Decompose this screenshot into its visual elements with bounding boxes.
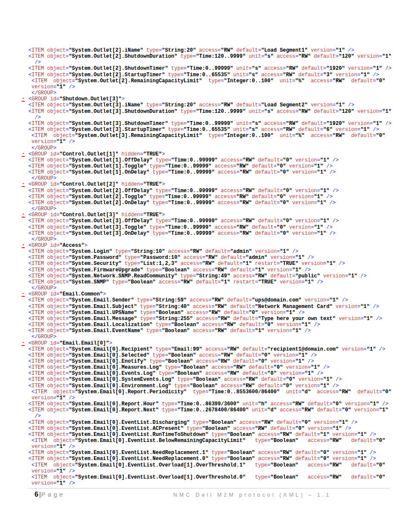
xml-line: <ITEM object="System.Network.SNMP.ReadCo… — [28, 273, 410, 279]
collapse-toggle-icon[interactable]: - — [21, 96, 25, 102]
xml-line: <ITEM object="System.Email[0].Recipient"… — [28, 346, 410, 352]
footer-separator: | — [39, 491, 41, 498]
xml-line: version="1" /> — [28, 480, 410, 486]
xml-line: version="1" /> — [28, 395, 410, 401]
xml-line: <ITEM object="System.Security" type="Lis… — [28, 261, 410, 267]
xml-line: <ITEM object="System.Outlet[1].Toggle" t… — [28, 163, 410, 169]
xml-line: <ITEM object="System.Email[0].Report.Nex… — [28, 407, 410, 413]
xml-line: </GROUP> — [28, 90, 410, 96]
xml-line: -<GROUP id="Email.Common"> — [28, 291, 410, 297]
xml-line: <ITEM object="System.Email[0].SystemEven… — [28, 376, 410, 383]
xml-line: version="1" /> — [28, 84, 410, 90]
xml-line: <ITEM object="System.Outlet[3].OnDelay" … — [28, 230, 410, 236]
document-title: NMC Dell M2M protocol (XML) – 1.1 — [173, 492, 331, 498]
xml-line: -<GROUP id="Control.Outlet[2]" hidden="T… — [28, 181, 410, 187]
xml-line: <ITEM object="System.Email[0].EventList.… — [28, 474, 410, 480]
xml-line: version="1" /> — [28, 139, 410, 145]
xml-line: <ITEM object="System.Email.Sender" type=… — [28, 297, 410, 303]
xml-line: <ITEM object="System.Email[0].Report.Per… — [28, 389, 410, 395]
xml-line: <ITEM object="System.Email[0].EventList.… — [28, 462, 410, 468]
xml-line: <ITEM object="System.Email[0].EventList.… — [28, 426, 410, 432]
xml-line: <ITEM object="System.Outlet[2].ShutdownD… — [28, 53, 410, 59]
xml-line: </GROUP> — [28, 145, 410, 151]
xml-line: <ITEM object="System.Outlet[3].ShutdownT… — [28, 121, 410, 127]
xml-line: <ITEM object="System.Email[0].EventList.… — [28, 420, 410, 426]
xml-line: -<GROUP id="Control.Outlet[1]" hidden="T… — [28, 151, 410, 157]
collapse-toggle-icon[interactable]: - — [21, 242, 25, 248]
page-number: 6 — [34, 491, 39, 498]
xml-line: <ITEM object="System.Email[0].Environmen… — [28, 383, 410, 389]
xml-line: <ITEM object="System.Email.Message" type… — [28, 316, 410, 322]
xml-line: <ITEM object="System.Email.EventName" ty… — [28, 328, 410, 334]
xml-line: <ITEM object="System.Outlet[2].Remaining… — [28, 78, 410, 84]
xml-line: -<GROUP id="Access"> — [28, 243, 410, 249]
xml-line: <ITEM object="System.Login" type="String… — [28, 249, 410, 255]
xml-line: <ITEM object="System.Email[0].Events.Log… — [28, 370, 410, 376]
xml-line: <ITEM object="System.Email[0].Report.Hou… — [28, 401, 410, 407]
xml-line: <ITEM object="System.Outlet[2].iName" ty… — [28, 47, 410, 53]
xml-line: <ITEM object="System.Outlet[3].Toggle" t… — [28, 224, 410, 230]
xml-line: <ITEM object="System.Outlet[1].OffDelay"… — [28, 157, 410, 163]
xml-line: </GROUP> — [28, 334, 410, 340]
xml-line: <ITEM object="System.Email.Localization"… — [28, 322, 410, 328]
xml-line: -<GROUP id="Shutdown.Outlet[3]"> — [28, 96, 410, 102]
collapse-toggle-icon[interactable]: - — [21, 291, 25, 297]
xml-line: <ITEM object="System.Outlet[2].ShutdownT… — [28, 65, 410, 72]
xml-line: <ITEM object="System.Outlet[1].OnDelay" … — [28, 169, 410, 175]
xml-line: <ITEM object="System.Outlet[3].OffDelay"… — [28, 218, 410, 224]
xml-line: <ITEM object="System.Email.UPSName" type… — [28, 310, 410, 316]
xml-line: version="1" /> — [28, 468, 410, 474]
xml-line: -<GROUP id="Control.Outlet[3]" hidden="T… — [28, 212, 410, 218]
xml-line: version="1" /> — [28, 444, 410, 450]
xml-line: <ITEM object="System.Email[0].Enotify" t… — [28, 358, 410, 364]
xml-line: </GROUP> — [28, 236, 410, 243]
xml-line: <ITEM object="System.Email[0].Measures.L… — [28, 364, 410, 370]
xml-line: /> — [28, 413, 410, 419]
xml-line: <ITEM object="System.Email[0].EventList.… — [28, 438, 410, 444]
collapse-toggle-icon[interactable]: - — [21, 212, 25, 218]
xml-line: <ITEM object="System.Email[0].EventList.… — [28, 450, 410, 456]
xml-line: -<GROUP id="Email.Email[0]"> — [28, 340, 410, 346]
xml-line: <ITEM object="System.Email[0].EventList.… — [28, 456, 410, 462]
xml-line: <ITEM object="System.Outlet[3].iName" ty… — [28, 102, 410, 108]
xml-line: <ITEM object="System.SNMP" type="Boolean… — [28, 279, 410, 285]
xml-line: <ITEM object="System.Email[0].EventList.… — [28, 432, 410, 438]
xml-line: <ITEM object="System.Outlet[3].StartupTi… — [28, 127, 410, 133]
page-footer: 6|Page NMC Dell M2M protocol (XML) – 1.1 — [34, 491, 411, 501]
xml-line: <ITEM object="System.Outlet[3].ShutdownD… — [28, 109, 410, 115]
xml-line: /> — [28, 59, 410, 65]
xml-line: <ITEM object="System.Outlet[2].StartupTi… — [28, 72, 410, 78]
xml-line: </GROUP> — [28, 175, 410, 181]
xml-line: </GROUP> — [28, 206, 410, 212]
collapse-toggle-icon[interactable]: - — [21, 151, 25, 157]
collapse-toggle-icon[interactable]: - — [21, 340, 25, 346]
xml-line: <ITEM object="System.Outlet[2].OffDelay"… — [28, 188, 410, 194]
xml-line: /> — [28, 115, 410, 121]
xml-line: <ITEM object="System.Email.Subject" type… — [28, 304, 410, 310]
page-label: Page — [41, 491, 65, 498]
xml-code-block: <ITEM object="System.Outlet[2].iName" ty… — [28, 47, 410, 486]
xml-line: </GROUP> — [28, 285, 410, 291]
collapse-toggle-icon[interactable]: - — [21, 181, 25, 187]
document-page: <ITEM object="System.Outlet[2].iName" ty… — [0, 0, 411, 532]
xml-line: <ITEM object="System.FirmwareUpgrade" ty… — [28, 267, 410, 273]
footer-divider — [28, 488, 390, 488]
xml-line: <ITEM object="System.Email[0].Selected" … — [28, 352, 410, 358]
xml-line: <ITEM object="System.Password" type="Pas… — [28, 255, 410, 261]
xml-line: <ITEM object="System.Outlet[3].Remaining… — [28, 133, 410, 139]
xml-line: <ITEM object="System.Outlet[2].Toggle" t… — [28, 194, 410, 200]
xml-line: <ITEM object="System.Outlet[2].OnDelay" … — [28, 200, 410, 206]
